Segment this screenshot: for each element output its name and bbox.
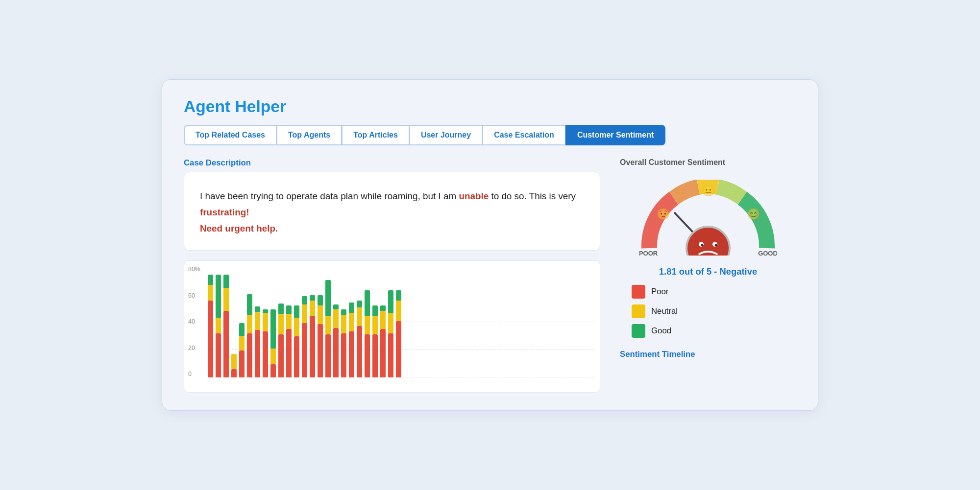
bar-green — [349, 303, 354, 313]
bar-green — [247, 294, 252, 315]
bar-green — [239, 323, 245, 336]
bar-green — [341, 309, 346, 315]
bar-green — [365, 290, 370, 316]
left-panel: Case Description I have been trying to o… — [184, 158, 600, 393]
bar-green — [255, 306, 260, 312]
bar-yellow — [255, 312, 260, 330]
legend-label: Poor — [651, 287, 668, 297]
svg-point-8 — [715, 244, 717, 246]
bar-green — [388, 290, 393, 313]
bar-yellow — [208, 285, 213, 301]
bar-red — [208, 301, 213, 378]
bar-green — [357, 301, 362, 308]
gauge-svg: 😟 😐 😊 POOR — [639, 180, 777, 256]
tab-case-escalation[interactable]: Case Escalation — [482, 125, 566, 145]
bar-green — [216, 275, 221, 318]
bar-yellow — [247, 315, 252, 333]
right-panel: Overall Customer Sentiment 😟 — [620, 158, 796, 393]
gauge-score: 1.81 out of 5 - Negative — [659, 266, 757, 277]
bar-group — [318, 266, 323, 377]
chart-y-labels: 80% 60 40 20 0 — [188, 266, 200, 377]
tab-top-agents[interactable]: Top Agents — [276, 125, 342, 145]
bar-green — [380, 305, 386, 311]
bar-yellow — [263, 313, 268, 331]
bar-group — [247, 266, 252, 377]
bar-group — [255, 266, 260, 377]
svg-text:😟: 😟 — [657, 208, 670, 221]
main-content: Case Description I have been trying to o… — [184, 158, 796, 393]
bar-red — [239, 350, 245, 377]
chart-bars — [208, 266, 594, 377]
bar-group — [310, 266, 315, 377]
bar-red — [278, 334, 284, 377]
app-title: Agent Helper — [184, 97, 796, 116]
bar-group — [231, 266, 237, 377]
bar-yellow — [333, 309, 339, 328]
desc-text1: I have been trying to operate data plan … — [200, 191, 459, 201]
bar-green — [294, 305, 299, 318]
bar-yellow — [278, 314, 284, 334]
bar-red — [247, 333, 252, 377]
bar-red — [341, 333, 346, 377]
tab-customer-sentiment[interactable]: Customer Sentiment — [565, 125, 665, 145]
bar-group — [223, 266, 229, 377]
overall-sentiment-label: Overall Customer Sentiment — [620, 158, 796, 167]
bar-yellow — [310, 301, 315, 316]
bar-red — [365, 334, 370, 377]
bar-group — [325, 266, 331, 377]
bar-group — [294, 266, 299, 377]
bar-yellow — [396, 301, 401, 321]
bar-group — [396, 266, 401, 377]
bar-yellow — [341, 315, 346, 333]
bar-red — [263, 331, 268, 378]
bar-green — [333, 304, 339, 310]
case-description-label: Case Description — [184, 158, 600, 168]
svg-text:😊: 😊 — [747, 208, 760, 221]
bar-yellow — [318, 305, 323, 324]
tab-top-articles[interactable]: Top Articles — [342, 125, 410, 145]
legend-dot — [632, 324, 645, 338]
bar-red — [388, 333, 393, 377]
bar-green — [372, 305, 378, 316]
bar-red — [333, 328, 339, 377]
case-description-box: I have been trying to operate data plan … — [184, 172, 600, 251]
bar-yellow — [216, 318, 221, 333]
main-card: Agent Helper Top Related CasesTop Agents… — [162, 79, 818, 411]
tab-user-journey[interactable]: User Journey — [409, 125, 483, 145]
bar-green — [310, 295, 315, 301]
bar-red — [325, 334, 331, 377]
timeline-label: Sentiment Timeline — [620, 350, 695, 359]
bar-yellow — [349, 313, 354, 331]
bar-red — [286, 329, 292, 377]
bar-red — [255, 330, 260, 377]
bar-red — [349, 331, 354, 378]
sentiment-chart: 80% 60 40 20 0 — [184, 260, 600, 393]
svg-text:😐: 😐 — [702, 184, 715, 197]
bar-green — [286, 305, 292, 314]
bar-red — [270, 364, 276, 377]
bar-yellow — [286, 314, 292, 329]
bar-group — [341, 266, 346, 377]
bar-green — [263, 309, 268, 312]
bar-red — [310, 316, 315, 377]
bar-yellow — [372, 316, 378, 334]
bar-green — [302, 296, 307, 304]
svg-text:GOOD: GOOD — [758, 250, 777, 256]
tab-top-related-cases[interactable]: Top Related Cases — [184, 125, 277, 145]
legend-item-good: Good — [632, 324, 671, 338]
bar-group — [263, 266, 268, 377]
bar-group — [333, 266, 339, 377]
bar-yellow — [231, 354, 237, 370]
bar-group — [365, 266, 370, 377]
bar-red — [223, 311, 229, 378]
bar-yellow — [325, 316, 331, 334]
bar-green — [396, 290, 401, 301]
svg-point-7 — [701, 244, 704, 246]
bar-red — [318, 324, 323, 377]
bar-green — [270, 309, 276, 349]
bar-group — [357, 266, 362, 377]
bar-group — [239, 266, 245, 377]
legend-label: Neutral — [651, 306, 678, 316]
legend-item-poor: Poor — [632, 285, 668, 299]
desc-text2: to do so. This is very — [489, 191, 576, 201]
